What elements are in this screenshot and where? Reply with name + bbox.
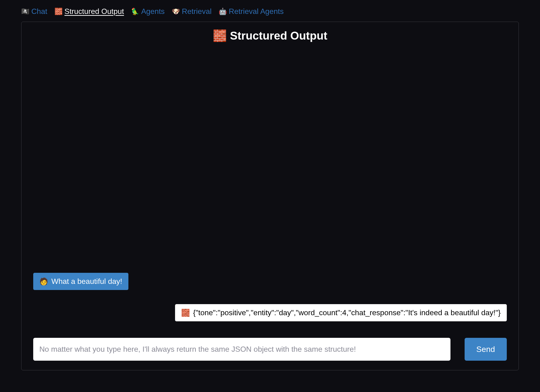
nav-label: Chat: [31, 7, 47, 16]
person-icon: 🧑: [39, 277, 48, 286]
nav-label: Retrieval Agents: [229, 7, 284, 16]
dog-icon: 🐶: [172, 8, 180, 15]
user-message-text: What a beautiful day!: [51, 277, 122, 286]
nav-item-agents[interactable]: 🦜 Agents: [131, 7, 165, 16]
nav-label: Retrieval: [182, 7, 212, 16]
assistant-message-bubble: 🧱 {"tone":"positive","entity":"day","wor…: [175, 304, 507, 321]
nav-label: Agents: [141, 7, 165, 16]
message-row-user: 🧑 What a beautiful day!: [33, 273, 507, 290]
main-panel: 🧱 Structured Output 🧑 What a beautiful d…: [21, 22, 519, 370]
robot-icon: 🤖: [219, 8, 227, 15]
page-title: 🧱 Structured Output: [33, 29, 507, 42]
send-button[interactable]: Send: [465, 338, 507, 361]
nav-item-retrieval-agents[interactable]: 🤖 Retrieval Agents: [219, 7, 284, 16]
input-row: Send: [33, 338, 507, 361]
chat-area: 🧑 What a beautiful day! 🧱 {"tone":"posit…: [33, 47, 507, 338]
assistant-message-text: {"tone":"positive","entity":"day","word_…: [193, 308, 501, 317]
brick-icon: 🧱: [55, 8, 63, 15]
chat-input[interactable]: [33, 338, 450, 361]
message-row-assistant: 🧱 {"tone":"positive","entity":"day","wor…: [33, 304, 507, 321]
nav-label: Structured Output: [65, 7, 124, 16]
brick-icon: 🧱: [181, 309, 190, 317]
top-nav: 🏴‍☠️ Chat 🧱 Structured Output 🦜 Agents 🐶…: [21, 7, 519, 16]
parrot-icon: 🦜: [131, 8, 139, 15]
pirate-flag-icon: 🏴‍☠️: [21, 8, 30, 15]
nav-item-retrieval[interactable]: 🐶 Retrieval: [172, 7, 212, 16]
nav-item-structured-output[interactable]: 🧱 Structured Output: [55, 7, 124, 16]
nav-item-chat[interactable]: 🏴‍☠️ Chat: [21, 7, 47, 16]
user-message-bubble: 🧑 What a beautiful day!: [33, 273, 128, 290]
